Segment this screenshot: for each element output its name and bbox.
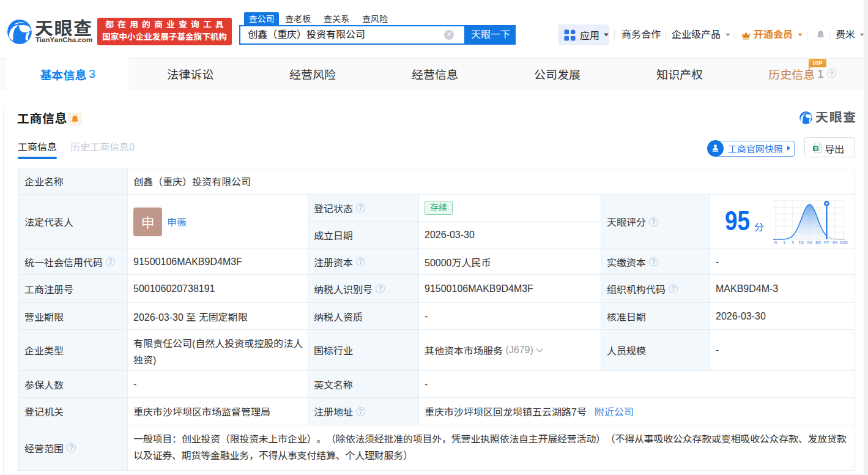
svg-text:15: 15: [798, 240, 804, 245]
svg-text:99: 99: [833, 240, 838, 245]
svg-text:100: 100: [839, 240, 848, 245]
svg-text:85: 85: [815, 240, 821, 245]
svg-text:3: 3: [792, 240, 795, 245]
svg-text:97: 97: [824, 240, 829, 245]
svg-text:50: 50: [807, 240, 812, 245]
svg-text:1: 1: [783, 240, 786, 245]
svg-text:0: 0: [774, 240, 777, 245]
